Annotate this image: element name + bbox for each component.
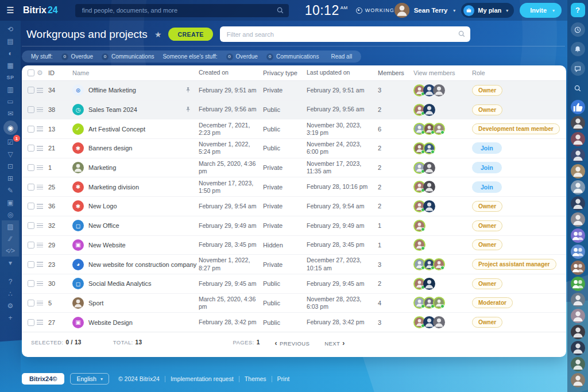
row-menu-icon[interactable] — [37, 146, 48, 151]
table-row[interactable]: 27▣Website DesignFebruary 28, 3:42 pmPub… — [22, 313, 566, 332]
column-header-id[interactable]: ID — [48, 69, 72, 76]
group-avatar[interactable] — [571, 277, 585, 291]
global-search-input[interactable] — [75, 4, 289, 17]
filter-search-input[interactable] — [220, 26, 470, 42]
row-checkbox[interactable] — [28, 261, 34, 268]
bitrix-logo[interactable]: Bitrix24 — [23, 5, 58, 15]
user-avatar[interactable] — [571, 132, 585, 146]
next-page-button[interactable]: NEXT› — [324, 339, 345, 347]
themes-link[interactable]: Themes — [245, 375, 266, 382]
counter-overdue-mine[interactable]: 0Overdue — [61, 53, 93, 60]
member-avatar[interactable] — [423, 142, 435, 154]
member-avatar[interactable] — [413, 220, 425, 232]
user-avatar[interactable] — [571, 373, 585, 387]
table-row[interactable]: 13✓Art Festival ConceptDecember 7, 2021,… — [22, 119, 566, 139]
workgroup-name-link[interactable]: Website Design — [88, 319, 133, 326]
table-row[interactable]: 5SportMarch 25, 2020, 4:36 pmPublicNovem… — [22, 294, 566, 313]
row-checkbox[interactable] — [28, 87, 34, 94]
bitrix24-footer-badge[interactable]: Bitrix24© — [22, 373, 64, 385]
table-row[interactable]: 32◻New OfficeFebruary 29, 9:49 amPrivate… — [22, 216, 566, 236]
chat-icon[interactable] — [571, 61, 585, 76]
group-avatar[interactable] — [571, 261, 585, 275]
join-button[interactable]: Join — [472, 181, 502, 193]
member-avatar[interactable] — [423, 104, 435, 116]
row-menu-icon[interactable] — [37, 223, 48, 228]
workgroup-name-link[interactable]: Marketing division — [88, 184, 139, 191]
sites-label[interactable]: SP — [3, 71, 18, 83]
likes-avatar[interactable] — [571, 100, 585, 114]
workgroup-name-link[interactable]: New Logo — [88, 203, 117, 209]
gear-icon[interactable]: ⚙ — [37, 69, 48, 77]
user-avatar[interactable] — [571, 164, 585, 178]
member-avatar[interactable] — [423, 162, 435, 174]
print-link[interactable]: Print — [277, 375, 290, 382]
contact-center-icon[interactable]: ▣ — [3, 196, 18, 208]
user-avatar[interactable] — [571, 180, 585, 195]
workgroup-name-link[interactable]: New Office — [88, 222, 119, 229]
user-avatar[interactable] — [571, 293, 585, 307]
member-avatar[interactable] — [433, 297, 445, 309]
workgroup-name-link[interactable]: Marketing — [88, 164, 116, 171]
my-plan-button[interactable]: My plan ▾ — [461, 3, 514, 18]
collab-icon[interactable]: ⟲ — [3, 23, 18, 35]
user-avatar[interactable] — [571, 309, 585, 323]
invite-button[interactable]: Invite ▾ — [520, 3, 562, 18]
row-menu-icon[interactable] — [37, 165, 48, 170]
user-avatar[interactable] — [571, 325, 585, 339]
workgroup-name-link[interactable]: Sales Team 2024 — [88, 106, 137, 113]
market-icon[interactable]: ⊞ — [3, 172, 18, 184]
workgroup-name-link[interactable]: Art Festival Concept — [88, 126, 145, 133]
workgroup-name-link[interactable]: Sport — [88, 300, 103, 306]
marketing-icon[interactable]: ⊡ — [3, 160, 18, 172]
row-checkbox[interactable] — [28, 164, 34, 171]
member-avatar[interactable] — [413, 239, 425, 251]
implementation-request-link[interactable]: Implementation request — [171, 375, 234, 382]
group-avatar[interactable] — [571, 244, 585, 259]
language-selector[interactable]: English▾ — [70, 373, 109, 385]
counter-communications-mine[interactable]: 0Communications — [102, 53, 154, 60]
create-button[interactable]: CREATE — [168, 28, 212, 41]
workgroup-name-link[interactable]: Social Media Analytics — [88, 280, 151, 287]
column-header-created[interactable]: Created on — [199, 69, 263, 76]
search-icon[interactable] — [571, 81, 585, 95]
member-avatar[interactable] — [433, 123, 445, 135]
user-avatar[interactable] — [571, 212, 585, 227]
column-header-members[interactable]: Members — [378, 69, 413, 76]
help-icon[interactable]: ? — [3, 275, 18, 288]
member-avatar[interactable] — [433, 84, 445, 96]
column-header-role[interactable]: Role — [472, 69, 566, 76]
row-checkbox[interactable] — [28, 126, 34, 133]
table-row[interactable]: 21✱Banners designNovember 1, 2022, 5:24 … — [22, 139, 566, 158]
bots-icon[interactable]: ◎ — [3, 208, 18, 220]
user-avatar[interactable] — [571, 341, 585, 355]
add-icon[interactable]: + — [3, 312, 18, 324]
row-menu-icon[interactable] — [37, 107, 48, 112]
previous-page-button[interactable]: ‹PREVIOUS — [275, 339, 310, 347]
user-avatar[interactable] — [571, 116, 585, 130]
workgroup-name-link[interactable]: Banners design — [88, 145, 132, 152]
column-header-view-members[interactable]: View members — [413, 69, 472, 76]
row-checkbox[interactable] — [28, 222, 34, 229]
member-avatar[interactable] — [423, 278, 435, 290]
member-avatar[interactable] — [423, 181, 435, 193]
work-status[interactable]: WORKING — [356, 7, 394, 14]
workgroup-name-link[interactable]: New website for construction company — [88, 261, 196, 268]
member-avatar[interactable] — [433, 316, 445, 328]
feed-icon[interactable]: ▤ — [3, 35, 18, 47]
join-button[interactable]: Join — [472, 162, 502, 173]
read-all-link[interactable]: Read all — [331, 53, 352, 60]
table-row[interactable]: 25✱Marketing divisionNovember 17, 2023, … — [22, 177, 566, 197]
row-checkbox[interactable] — [28, 203, 34, 209]
favorite-star-icon[interactable]: ★ — [154, 30, 162, 39]
table-row[interactable]: 23◕New website for construction companyN… — [22, 255, 566, 274]
table-row[interactable]: 36✱New LogoFebruary 29, 9:54 amPrivateFe… — [22, 197, 566, 216]
row-menu-icon[interactable] — [37, 126, 48, 131]
menu-icon[interactable]: ☰ — [0, 5, 21, 15]
tasks-icon[interactable]: ☑1 — [3, 136, 18, 148]
row-menu-icon[interactable] — [37, 281, 48, 286]
group-avatar[interactable] — [571, 228, 585, 243]
row-checkbox[interactable] — [28, 300, 34, 306]
user-avatar[interactable] — [571, 357, 585, 371]
row-menu-icon[interactable] — [37, 204, 48, 209]
drive-icon[interactable]: ▭ — [3, 95, 18, 107]
